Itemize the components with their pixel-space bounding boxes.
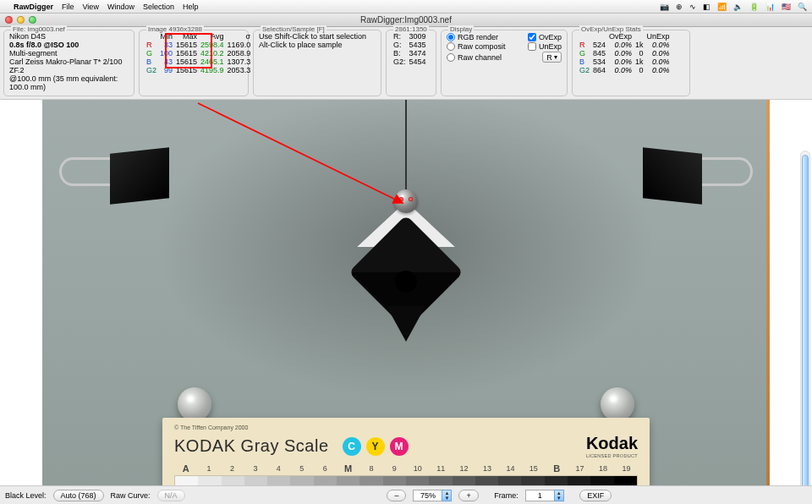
yellow-dot-icon: Y <box>366 437 385 456</box>
kodak-sub: LICENSED PRODUCT <box>586 453 638 458</box>
card-title: KODAK Gray Scale <box>174 436 329 456</box>
bottom-toolbar: Black Level: Auto (768) Raw Curve: N/A –… <box>0 485 812 504</box>
image-stats-title: Image 4936x3288 <box>146 25 204 33</box>
raw-composite-radio[interactable] <box>447 42 455 51</box>
lens-name: Carl Zeiss Makro-Planar T* 2/100 ZF.2 <box>9 58 129 74</box>
menu-help[interactable]: Help <box>183 3 199 11</box>
menuextra-icon[interactable]: ⊕ <box>676 3 683 11</box>
file-info-title: File: Img0003.nef <box>11 25 67 33</box>
raw-image-display[interactable]: © The Tiffen Company 2000 KODAK Gray Sca… <box>42 100 770 504</box>
zoom-stepper[interactable]: 75% ▲▼ <box>413 490 452 501</box>
kodak-logo: Kodak <box>586 434 638 453</box>
display-panel: Display RGB render OvExp Raw composit Un… <box>441 30 568 96</box>
binder-clip-icon <box>643 142 753 218</box>
cyan-dot-icon: C <box>343 437 361 456</box>
copyright-text: © The Tiffen Company 2000 <box>174 425 638 430</box>
menuextra-icon[interactable]: 🔋 <box>749 3 759 11</box>
menu-window[interactable]: Window <box>107 3 134 11</box>
metering-mode: Multi-segment <box>9 49 129 58</box>
menu-selection[interactable]: Selection <box>143 3 174 11</box>
raw-channel-radio[interactable] <box>447 53 455 62</box>
ovexp-label: OvExp <box>539 33 562 41</box>
menuextra-icon[interactable]: 📶 <box>717 3 727 11</box>
binder-clip-icon <box>59 142 169 218</box>
raw-curve-button[interactable]: N/A <box>157 490 185 501</box>
vertical-scrollbar[interactable] <box>800 151 810 504</box>
menuextra-icon[interactable]: ∿ <box>689 3 696 11</box>
ovexp-checkbox[interactable] <box>528 33 536 41</box>
selection-panel: Selection/Sample [F] Use Shift-Click to … <box>253 30 381 96</box>
unexp-checkbox[interactable] <box>528 42 536 51</box>
zoom-window-button[interactable] <box>29 16 36 24</box>
knob-icon <box>601 387 634 421</box>
image-stats-panel: Image 4936x3288 MinMaxAvgσR33156152598.4… <box>139 30 249 96</box>
cursor-values-panel: 2861:1350 R:3009G:5435B:3474G2:5454 <box>386 30 436 96</box>
raw-composite-label: Raw composit <box>458 42 506 51</box>
chrome-ball <box>394 189 418 213</box>
selection-hint-2: Alt-Click to place sample <box>259 41 376 49</box>
menuextra-icon[interactable]: 🇺🇸 <box>782 3 791 11</box>
menu-file[interactable]: File <box>62 3 74 11</box>
black-level-label: Black Level: <box>5 491 47 500</box>
window-title: RawDigger:Img0003.nef <box>360 15 452 25</box>
zoom-value[interactable]: 75% <box>413 490 442 501</box>
menuextra-icon[interactable]: 🔈 <box>733 3 743 11</box>
knob-icon <box>178 387 211 421</box>
display-panel-title: Display <box>448 25 474 33</box>
focal-length: @100.0 mm (35 mm equivalent: 100.0 mm) <box>9 74 129 91</box>
menu-view[interactable]: View <box>83 3 99 11</box>
mac-menubar: RawDigger File View Window Selection Hel… <box>0 0 812 14</box>
magenta-dot-icon: M <box>390 437 409 456</box>
black-level-button[interactable]: Auto (768) <box>53 490 104 501</box>
app-menu[interactable]: RawDigger <box>14 3 53 11</box>
menuextra-icon[interactable]: 📷 <box>660 3 669 11</box>
close-window-button[interactable] <box>5 16 13 24</box>
spotlight-icon[interactable]: 🔍 <box>798 3 807 11</box>
frame-label: Frame: <box>494 491 518 500</box>
zoom-minus-button[interactable]: – <box>387 490 406 501</box>
menubar-right: 📷 ⊕ ∿ ◧ 📶 🔈 🔋 📊 🇺🇸 🔍 <box>660 3 807 11</box>
exif-button[interactable]: EXIF <box>579 490 612 501</box>
exposure-line: 0.8s f/8.0 @ISO 100 <box>9 41 79 49</box>
menuextra-icon[interactable]: 📊 <box>765 3 775 11</box>
raw-curve-label: Raw Curve: <box>111 491 151 500</box>
ov-un-stats-title: OvExp/UnExp Stats <box>579 25 643 33</box>
menuextra-icon[interactable]: ◧ <box>703 3 710 11</box>
frame-value[interactable]: 1 <box>525 490 554 501</box>
selection-panel-title: Selection/Sample [F] <box>261 25 326 33</box>
rgb-render-label: RGB render <box>458 33 498 41</box>
frame-stepper[interactable]: 1 ▲▼ <box>525 490 564 501</box>
image-viewport[interactable]: © The Tiffen Company 2000 KODAK Gray Sca… <box>0 100 812 504</box>
unexp-label: UnExp <box>539 42 562 51</box>
camera-model: Nikon D4S <box>9 32 129 41</box>
cursor-coords: 2861:1350 <box>393 25 429 33</box>
raw-channel-select[interactable]: R ▾ <box>542 52 562 63</box>
file-info-panel: File: Img0003.nef Nikon D4S 0.8s f/8.0 @… <box>3 30 134 96</box>
rgb-render-radio[interactable] <box>447 33 455 41</box>
info-panel-row: File: Img0003.nef Nikon D4S 0.8s f/8.0 @… <box>0 27 812 100</box>
ov-un-stats-panel: OvExp/UnExp Stats OvExpUnExpR5240.0%1k0.… <box>572 30 690 96</box>
raw-channel-label: Raw channel <box>458 53 502 62</box>
selection-hint-1: Use Shift-Click to start selection <box>259 32 376 41</box>
minimize-window-button[interactable] <box>17 16 25 24</box>
zoom-plus-button[interactable]: + <box>458 490 478 501</box>
